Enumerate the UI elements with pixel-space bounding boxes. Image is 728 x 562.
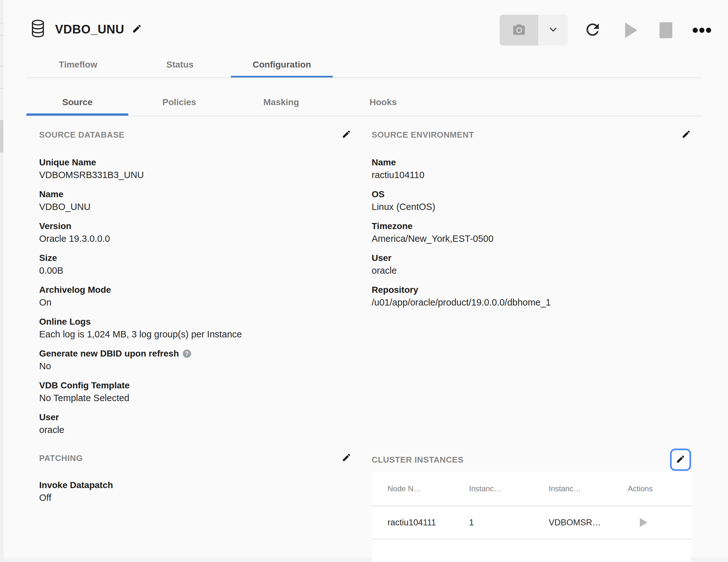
- refresh-icon: [583, 20, 602, 40]
- edit-pencil-icon: [676, 454, 685, 465]
- active-subtab-underline: [26, 113, 128, 116]
- field-repository: Repository /u01/app/oracle/product/19.0.…: [372, 284, 691, 309]
- edit-pencil-icon: [342, 129, 351, 140]
- table-row[interactable]: ractiu104111 1 VDBOMSR…: [372, 506, 691, 539]
- cluster-instances-table: Node N… Instanc… Instanc… Actions ractiu…: [372, 472, 691, 562]
- page-title: VDBO_UNU: [55, 23, 124, 36]
- tab-status[interactable]: Status: [129, 51, 231, 78]
- edit-pencil-icon: [682, 129, 691, 140]
- field-value: VDBOMSRB331B3_UNU: [39, 168, 351, 181]
- ellipsis-dot: [699, 28, 704, 33]
- subtab-masking[interactable]: Masking: [230, 89, 332, 116]
- field-label: VDB Config Template: [39, 380, 351, 392]
- field-value: ractiu104110: [372, 168, 691, 181]
- column-header-node-name: Node N…: [388, 484, 469, 493]
- field-value: 0.00B: [39, 264, 351, 277]
- subtab-hooks[interactable]: Hooks: [332, 89, 434, 116]
- field-value: Each log is 1,024 MB, 3 log group(s) per…: [39, 328, 351, 341]
- field-label: Repository: [372, 284, 691, 296]
- field-value: America/New_York,EST-0500: [372, 232, 691, 245]
- tab-timeflow[interactable]: Timeflow: [27, 51, 129, 78]
- stop-vdb-button stop-icon[interactable]: [660, 22, 672, 38]
- field-version: Version Oracle 19.3.0.0.0: [39, 220, 351, 245]
- more-actions-button ellipsis-icon[interactable]: [693, 28, 711, 33]
- patching-title: PATCHING: [39, 453, 83, 463]
- configuration-subtab-bar: Source Policies Masking Hooks: [26, 89, 434, 116]
- subtab-label: Masking: [263, 97, 299, 107]
- field-label: Invoke Datapatch: [39, 479, 351, 491]
- field-value: oracle: [372, 264, 691, 277]
- vdb-action-toolbar: [500, 14, 711, 46]
- subtab-policies[interactable]: Policies: [128, 89, 230, 116]
- edit-pencil-icon: [342, 453, 351, 464]
- field-os: OS Linux (CentOS): [372, 188, 691, 213]
- table-header-row: Node N… Instanc… Instanc… Actions: [372, 472, 691, 506]
- cell-instance-name: VDBOMSR…: [549, 518, 628, 528]
- start-vdb-button play-icon[interactable]: [625, 23, 637, 38]
- cell-actions: [628, 518, 691, 527]
- field-unique-name: Unique Name VDBOMSRB331B3_UNU: [39, 156, 351, 181]
- column-header-instance-name: Instanc…: [549, 484, 628, 493]
- source-database-section: SOURCE DATABASE Unique Name VDBOMSRB331B…: [39, 128, 351, 443]
- tab-configuration[interactable]: Configuration: [231, 51, 333, 78]
- field-name: Name VDBO_UNU: [39, 188, 351, 213]
- cell-node-name: ractiu104111: [388, 518, 469, 528]
- subtab-label: Hooks: [369, 97, 397, 107]
- snapshot-split-button: [500, 15, 568, 46]
- camera-icon: [511, 23, 527, 38]
- field-label: Archivelog Mode: [39, 284, 351, 296]
- refresh-vdb-button[interactable]: [583, 20, 602, 40]
- subtab-source[interactable]: Source: [26, 89, 128, 116]
- edit-patching-button[interactable]: [342, 453, 351, 464]
- field-timezone: Timezone America/New_York,EST-0500: [372, 220, 691, 245]
- field-label: Generate new DBID upon refresh ?: [39, 348, 351, 360]
- field-label-text: Generate new DBID upon refresh: [39, 348, 179, 360]
- column-header-actions: Actions: [628, 484, 691, 493]
- field-archivelog-mode: Archivelog Mode On: [39, 284, 351, 309]
- column-header-instance-number: Instanc…: [469, 484, 549, 493]
- snapshot-options-button[interactable]: [538, 15, 568, 46]
- field-label: OS: [372, 188, 691, 200]
- rail-divider: [0, 152, 3, 153]
- field-value: Off: [39, 491, 351, 504]
- field-value: VDBO_UNU: [39, 200, 351, 213]
- field-label: Name: [39, 188, 351, 200]
- field-env-name: Name ractiu104110: [372, 156, 691, 181]
- field-label: User: [372, 252, 691, 264]
- help-icon[interactable]: ?: [183, 350, 191, 358]
- rename-vdb-button[interactable]: [132, 24, 142, 35]
- field-invoke-datapatch: Invoke Datapatch Off: [39, 479, 351, 504]
- field-label: Size: [39, 252, 351, 264]
- ellipsis-dot: [706, 28, 711, 33]
- row-action-play-icon[interactable]: [640, 518, 647, 527]
- field-label: Name: [372, 156, 691, 168]
- edit-source-environment-button[interactable]: [682, 129, 691, 140]
- page-header: VDBO_UNU: [30, 16, 142, 43]
- source-environment-title: SOURCE ENVIRONMENT: [372, 130, 474, 140]
- field-value: /u01/app/oracle/product/19.0.0.0/dbhome_…: [372, 296, 691, 309]
- tab-bar-divider: [25, 77, 703, 78]
- edit-source-database-button[interactable]: [342, 129, 351, 140]
- chevron-down-icon: [548, 24, 559, 36]
- snapshot-button[interactable]: [500, 15, 538, 46]
- field-label: Online Logs: [39, 316, 351, 328]
- field-online-logs: Online Logs Each log is 1,024 MB, 3 log …: [39, 316, 351, 341]
- rail-divider: [0, 66, 3, 66]
- field-value: No Template Selected: [39, 392, 351, 404]
- rail-scroll-thumb[interactable]: [0, 120, 3, 152]
- field-label: Version: [39, 220, 351, 232]
- subtab-label: Source: [62, 97, 93, 107]
- ellipsis-dot: [693, 28, 698, 33]
- rail-divider: [0, 35, 3, 36]
- source-environment-section: SOURCE ENVIRONMENT Name ractiu104110 OS …: [372, 128, 691, 316]
- edit-cluster-instances-button[interactable]: [670, 449, 691, 471]
- rail-divider: [0, 88, 3, 89]
- field-user: User oracle: [39, 411, 351, 436]
- cluster-instances-title: CLUSTER INSTANCES: [372, 455, 464, 465]
- field-env-user: User oracle: [372, 252, 691, 277]
- cluster-instances-section: CLUSTER INSTANCES: [372, 449, 691, 471]
- field-label: Timezone: [372, 220, 691, 232]
- field-value: Linux (CentOS): [372, 200, 691, 213]
- patching-section: PATCHING Invoke Datapatch Off: [39, 452, 351, 511]
- field-size: Size 0.00B: [39, 252, 351, 277]
